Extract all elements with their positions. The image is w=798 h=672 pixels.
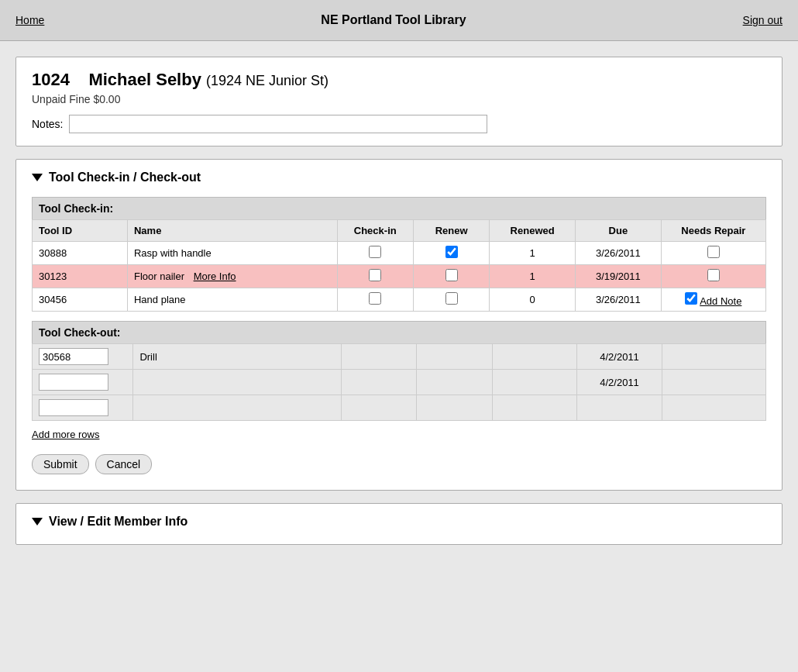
checkin-checkbox[interactable] [369,246,381,258]
collapse-icon [32,174,43,181]
tool-id-cell: 30123 [33,265,128,288]
col-header-renewed: Renewed [490,220,576,242]
main-content: 1024 Michael Selby (1924 NE Junior St) U… [0,41,798,560]
checkin-checkbox[interactable] [369,269,381,281]
repair-cell: Add Note [661,288,765,312]
notes-row: Notes: [32,115,766,133]
collapse-icon [32,518,43,526]
col-header-repair: Needs Repair [661,220,765,242]
edit-member-card: View / Edit Member Info [15,503,783,545]
header: Home NE Portland Tool Library Sign out [0,0,798,41]
checkout-row [33,395,766,421]
checkout-toolid-cell [33,395,133,421]
col-header-due: Due [575,220,661,242]
button-row: Submit Cancel [32,454,766,474]
checkin-sub-header: Tool Check-in: [32,197,766,219]
due-cell: 3/19/2011 [575,265,661,288]
checkout-due-cell [577,395,662,421]
checkout-empty4 [662,344,765,370]
renew-checkbox[interactable] [445,246,458,258]
more-info-link[interactable]: More Info [194,271,236,282]
checkin-section-header[interactable]: Tool Check-in / Check-out [32,171,766,184]
member-card: 1024 Michael Selby (1924 NE Junior St) U… [15,57,783,146]
checkout-due-cell: 4/2/2011 [577,344,662,370]
checkout-name-cell [133,395,341,421]
checkout-sub-header: Tool Check-out: [32,321,766,343]
signout-link[interactable]: Sign out [743,14,783,26]
checkout-empty3 [492,395,577,421]
edit-section-header[interactable]: View / Edit Member Info [32,515,766,529]
member-id: 1024 [32,70,70,89]
renew-checkbox[interactable] [445,292,458,305]
checkin-checkbox[interactable] [369,292,381,305]
unpaid-fine: Unpaid Fine $0.00 [32,93,766,105]
checkout-toolid-cell [33,370,133,395]
renew-cell [413,288,489,312]
renew-cell [413,265,489,288]
checkin-card: Tool Check-in / Check-out Tool Check-in:… [15,159,783,491]
member-header: 1024 Michael Selby (1924 NE Junior St) [32,70,766,90]
checkout-name-cell: Drill [133,344,341,370]
checkout-empty1 [341,344,417,370]
checkin-cell [337,265,413,288]
due-cell: 3/26/2011 [575,242,661,265]
notes-input[interactable] [69,115,487,133]
add-note-link[interactable]: Add Note [700,295,741,307]
checkout-empty2 [417,395,493,421]
checkout-toolid-input[interactable] [39,374,108,391]
checkin-cell [337,242,413,265]
member-address: (1924 NE Junior St) [206,73,328,88]
col-header-name: Name [127,220,337,242]
renewed-cell: 1 [490,265,576,288]
member-name: Michael Selby [88,70,201,89]
checkout-empty2 [417,344,493,370]
checkout-empty1 [341,370,417,395]
checkout-toolid-input[interactable] [39,348,108,365]
checkout-row: 4/2/2011 [33,370,766,395]
submit-button[interactable]: Submit [32,454,89,474]
home-link[interactable]: Home [15,14,44,26]
checkout-empty3 [492,370,577,395]
checkout-name-cell [133,370,341,395]
checkout-empty2 [417,370,493,395]
checkin-cell [337,288,413,312]
repair-checkbox[interactable] [707,246,720,258]
tool-checkin-area: Tool Check-in: Tool ID Name Check-in Ren… [32,197,766,474]
edit-section-title: View / Edit Member Info [49,515,187,529]
checkout-due-cell: 4/2/2011 [577,370,662,395]
checkin-section-title: Tool Check-in / Check-out [49,171,201,184]
checkout-table: Drill 4/2/2011 [32,343,766,421]
checkout-empty4 [662,395,765,421]
due-cell: 3/26/2011 [575,288,661,312]
checkout-empty1 [341,395,417,421]
renewed-cell: 0 [490,288,576,312]
tool-name-cell: Rasp with handle [127,242,337,265]
cancel-button[interactable]: Cancel [95,454,153,474]
col-header-toolid: Tool ID [33,220,128,242]
checkout-toolid-cell [33,344,133,370]
tool-id-cell: 30456 [33,288,128,312]
checkout-row: Drill 4/2/2011 [33,344,766,370]
col-header-renew: Renew [413,220,489,242]
checkout-toolid-input[interactable] [39,399,108,416]
checkout-empty3 [492,344,577,370]
tool-id-cell: 30888 [33,242,128,265]
add-more-rows-link[interactable]: Add more rows [32,429,99,440]
table-row: 30123 Floor nailer More Info 1 3/19/2011 [33,265,766,288]
col-header-checkin: Check-in [337,220,413,242]
checkin-table: Tool ID Name Check-in Renew Renewed Due … [32,219,766,312]
repair-checkbox[interactable] [707,269,720,281]
repair-cell [661,242,765,265]
tool-name-cell: Floor nailer More Info [127,265,337,288]
checkout-empty4 [662,370,765,395]
renewed-cell: 1 [490,242,576,265]
table-row: 30888 Rasp with handle 1 3/26/2011 [33,242,766,265]
site-title: NE Portland Tool Library [321,13,466,27]
renew-checkbox[interactable] [445,269,458,281]
renew-cell [413,242,489,265]
tool-name-cell: Hand plane [127,288,337,312]
table-row: 30456 Hand plane 0 3/26/2011 Add Note [33,288,766,312]
notes-label: Notes: [32,118,63,130]
repair-cell [661,265,765,288]
repair-checkbox[interactable] [685,292,697,305]
